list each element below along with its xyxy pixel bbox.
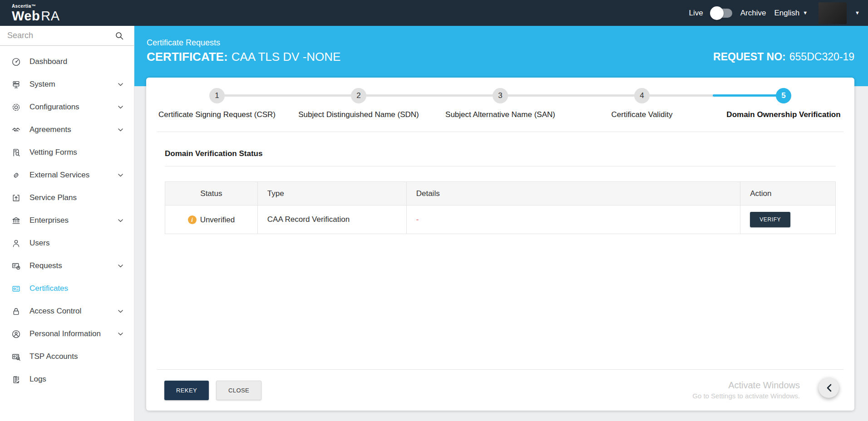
caret-down-icon: ▼ <box>803 10 808 15</box>
document-search-icon <box>11 148 21 157</box>
sidebar-item-configurations[interactable]: Configurations <box>0 96 134 118</box>
sidebar-item-label: Access Control <box>30 307 81 316</box>
rekey-button[interactable]: REKEY <box>164 381 209 400</box>
page-title-value: CAA TLS DV -NONE <box>232 50 341 64</box>
collapse-chevron-button[interactable] <box>819 377 839 398</box>
sidebar-item-tsp-accounts[interactable]: TSP Accounts <box>0 345 134 368</box>
step-label: Certificate Signing Request (CSR) <box>158 110 276 119</box>
domain-verification-section: Domain Verification Status Status Type D… <box>146 132 854 369</box>
status-cell: i Unverified <box>165 206 258 234</box>
sidebar-search <box>0 26 134 46</box>
info-icon: i <box>188 215 197 224</box>
main-content: Certificate Requests CERTIFICATE:CAA TLS… <box>134 0 868 411</box>
sidebar-item-service-plans[interactable]: Service Plans <box>0 186 134 209</box>
handshake-icon <box>11 125 21 135</box>
sidebar-item-label: Users <box>30 239 49 248</box>
chevron-left-icon <box>826 384 832 392</box>
live-archive-toggle[interactable] <box>711 9 732 18</box>
request-number-value: 655DC320-19 <box>789 51 854 63</box>
step-circle[interactable]: 3 <box>493 88 508 103</box>
step-circle[interactable]: 1 <box>209 88 225 103</box>
sidebar-item-label: Certificates <box>30 284 68 293</box>
sidebar-item-logs[interactable]: Logs <box>0 368 134 391</box>
live-label: Live <box>689 9 703 18</box>
clipboard-icon <box>11 375 21 384</box>
chevron-down-icon <box>118 106 123 109</box>
domain-verification-table: Status Type Details Action i Unverified <box>165 181 836 234</box>
breadcrumb: Certificate Requests <box>147 38 340 48</box>
user-avatar[interactable] <box>819 2 847 24</box>
top-navbar: Ascertia™ WebRA Live Archive English ▼ ▼ <box>0 0 868 26</box>
table-header-row: Status Type Details Action <box>165 182 836 206</box>
request-card-icon <box>11 261 21 271</box>
step-sdn[interactable]: 2 Subject Distinguished Name (SDN) <box>288 88 429 119</box>
archive-label: Archive <box>740 9 766 18</box>
section-divider <box>165 166 836 166</box>
column-header-action: Action <box>740 182 836 206</box>
close-button[interactable]: CLOSE <box>216 381 261 400</box>
sidebar-item-label: Vetting Forms <box>30 148 77 157</box>
section-title: Domain Verification Status <box>165 149 836 158</box>
sidebar-item-certificates[interactable]: Certificates <box>0 277 134 300</box>
language-label: English <box>774 9 799 18</box>
card-footer: REKEY CLOSE Activate Windows Go to Setti… <box>146 370 854 411</box>
sidebar-item-label: Dashboard <box>30 57 67 66</box>
column-header-status: Status <box>165 182 258 206</box>
app-logo[interactable]: Ascertia™ WebRA <box>12 3 60 23</box>
chevron-down-icon <box>118 83 123 86</box>
status-text: Unverified <box>200 215 235 225</box>
step-domain-ownership[interactable]: 5 Domain Ownership Verification <box>713 88 854 119</box>
toggle-knob[interactable] <box>710 6 724 20</box>
details-value: - <box>416 215 419 224</box>
sidebar-item-vetting-forms[interactable]: Vetting Forms <box>0 141 134 164</box>
chevron-down-icon <box>118 264 123 268</box>
sidebar-item-label: External Services <box>30 171 89 180</box>
account-card-icon <box>11 352 21 362</box>
step-label: Subject Alternative Name (SAN) <box>445 110 555 119</box>
sidebar-item-system[interactable]: System <box>0 73 134 96</box>
search-icon[interactable] <box>115 31 124 40</box>
step-circle[interactable]: 2 <box>351 88 366 103</box>
watermark-line2: Go to Settings to activate Windows. <box>692 392 800 401</box>
chevron-down-icon <box>118 174 123 177</box>
link-icon <box>11 171 21 180</box>
sidebar: Dashboard System Configurations Agreemen… <box>0 26 134 421</box>
brand-company: Ascertia™ <box>12 4 60 9</box>
details-cell: - <box>406 206 740 234</box>
page-title-label: CERTIFICATE: <box>147 50 228 64</box>
step-csr[interactable]: 1 Certificate Signing Request (CSR) <box>146 88 288 119</box>
sidebar-item-requests[interactable]: Requests <box>0 255 134 277</box>
step-label: Domain Ownership Verification <box>726 110 840 119</box>
step-circle[interactable]: 4 <box>634 88 650 103</box>
search-input[interactable] <box>7 31 115 40</box>
language-dropdown[interactable]: English ▼ <box>774 9 808 18</box>
gear-icon <box>11 103 21 112</box>
sidebar-item-label: Enterprises <box>30 216 69 225</box>
sidebar-item-dashboard[interactable]: Dashboard <box>0 50 134 73</box>
sidebar-item-label: Requests <box>30 261 62 270</box>
column-header-details: Details <box>406 182 740 206</box>
sidebar-nav: Dashboard System Configurations Agreemen… <box>0 46 134 391</box>
lock-icon <box>11 307 21 316</box>
box-arrow-icon <box>11 193 21 203</box>
page-title: CERTIFICATE:CAA TLS DV -NONE <box>147 50 340 64</box>
dashboard-icon <box>11 57 21 67</box>
sidebar-item-enterprises[interactable]: Enterprises <box>0 209 134 232</box>
step-san[interactable]: 3 Subject Alternative Name (SAN) <box>429 88 571 119</box>
chevron-down-icon <box>118 128 123 132</box>
sidebar-item-label: Service Plans <box>30 193 77 202</box>
sidebar-item-external-services[interactable]: External Services <box>0 164 134 186</box>
verify-button[interactable]: VERIFY <box>750 212 790 227</box>
sidebar-item-users[interactable]: Users <box>0 232 134 255</box>
chevron-down-icon <box>118 333 123 336</box>
sidebar-item-label: Logs <box>30 375 46 384</box>
server-icon <box>11 80 21 89</box>
step-validity[interactable]: 4 Certificate Validity <box>571 88 713 119</box>
step-label: Certificate Validity <box>612 110 673 119</box>
user-menu-caret-icon[interactable]: ▼ <box>855 10 860 15</box>
certificate-icon <box>11 284 21 294</box>
step-circle[interactable]: 5 <box>776 88 791 103</box>
sidebar-item-personal-information[interactable]: Personal Information <box>0 323 134 345</box>
sidebar-item-access-control[interactable]: Access Control <box>0 300 134 323</box>
sidebar-item-agreements[interactable]: Agreements <box>0 118 134 141</box>
